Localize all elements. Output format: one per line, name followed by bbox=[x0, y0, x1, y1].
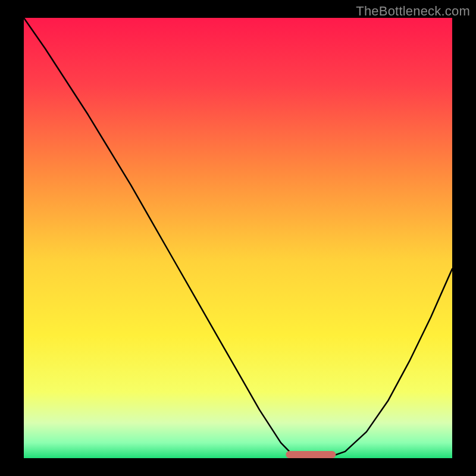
watermark-text: TheBottleneck.com bbox=[356, 4, 470, 19]
plot-area bbox=[24, 18, 452, 458]
gradient-background bbox=[24, 18, 452, 458]
chart-svg bbox=[24, 18, 452, 458]
chart-frame: TheBottleneck.com bbox=[0, 0, 476, 476]
